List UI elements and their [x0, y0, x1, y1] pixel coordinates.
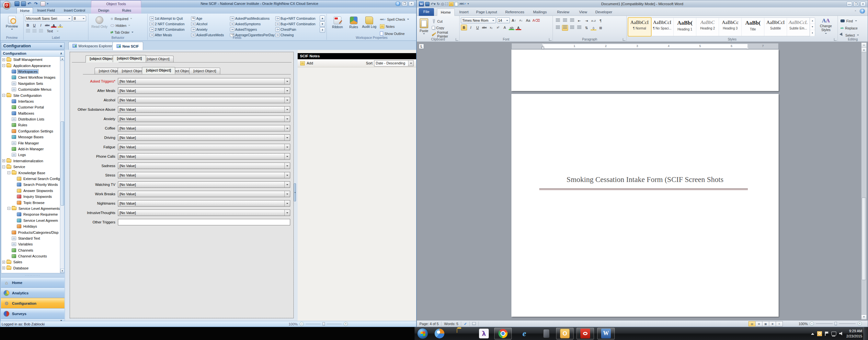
tab-dependency[interactable]: [object Object]	[113, 55, 146, 62]
format-painter-button[interactable]: Format Painter	[431, 31, 459, 37]
italic-button[interactable]: I	[468, 25, 474, 30]
dropdown-arrow-icon[interactable]	[284, 135, 290, 141]
tab-references[interactable]: References	[502, 8, 528, 16]
tab-rules[interactable]: Rules	[119, 7, 134, 13]
file-explorer-icon[interactable]	[457, 328, 457, 333]
tree-item[interactable]: Message Bases	[1, 134, 64, 140]
expander-icon[interactable]: −	[2, 64, 5, 67]
tree-item[interactable]: Client Workflow Images	[1, 74, 64, 80]
tree-item[interactable]: Standard Text	[1, 236, 64, 241]
tree-item[interactable]: Distribution Lists	[1, 116, 64, 122]
show-desktop-button[interactable]	[864, 327, 868, 340]
form-dropdown[interactable]: [No Value]	[118, 134, 290, 141]
font-dialog-launcher-icon[interactable]	[549, 38, 552, 41]
tab-insert[interactable]: Insert	[456, 8, 472, 16]
tab-triggers[interactable]: [object Object]	[142, 67, 175, 74]
help-button[interactable]: ?	[395, 1, 401, 6]
spell-check-button[interactable]: ABC✓Spell Check	[379, 17, 411, 22]
expander-icon[interactable]: −	[2, 94, 5, 97]
close-button[interactable]: ×	[860, 2, 866, 6]
chrome-taskbar-button[interactable]	[494, 328, 512, 339]
tree-item[interactable]: Products/Categories/Disp	[1, 229, 64, 235]
tree-item[interactable]: Rules	[1, 122, 64, 128]
word-count[interactable]: Words: 5	[441, 321, 461, 326]
qat-dropdown-icon[interactable]: ▾	[47, 1, 52, 6]
scroll-up-icon[interactable]: ▲	[862, 48, 866, 53]
macro-recording-icon[interactable]	[470, 321, 479, 326]
tab-order-button[interactable]: ⇄Tab Order	[110, 29, 135, 35]
horizontal-ruler[interactable]: 1 2 3 4 5 6 7	[512, 43, 779, 49]
configuration-panel-header[interactable]: Configuration∧	[1, 50, 64, 57]
bold-button[interactable]: B	[25, 22, 31, 28]
phone-tool-icon[interactable]	[541, 329, 551, 338]
styles-gallery-scroll[interactable]: ▲▼⇟	[810, 18, 815, 36]
align-right-button[interactable]	[38, 29, 44, 34]
form-dropdown[interactable]: [No Value]	[118, 153, 290, 160]
tree-item[interactable]: Search Priority Words	[1, 182, 64, 187]
tree-scrollbar[interactable]: ▲ ▼	[60, 57, 64, 273]
form-dropdown[interactable]: [No Value]	[118, 78, 290, 85]
scroll-up-icon[interactable]: ▲	[60, 57, 64, 61]
sort-dropdown[interactable]: Date - Descending	[374, 60, 413, 66]
zoom-out-button[interactable]: −	[810, 321, 814, 326]
tab-file[interactable]: File	[419, 8, 434, 16]
tree-item[interactable]: +Staff Management	[1, 57, 64, 62]
italic-button[interactable]: I	[38, 22, 44, 28]
form-dropdown[interactable]: [No Value]	[118, 181, 290, 188]
clear-formatting-button[interactable]: A⌫	[532, 18, 538, 23]
network-icon[interactable]	[831, 332, 836, 336]
text-button[interactable]: Text	[44, 29, 55, 34]
tree-item[interactable]: −Service Level Agreements	[1, 206, 64, 212]
change-case-button[interactable]: Aa	[525, 18, 531, 23]
font-color-button[interactable]: A	[51, 23, 57, 28]
dropdown-arrow-icon[interactable]	[284, 79, 290, 84]
tab-home[interactable]: Home	[437, 8, 455, 16]
tree-item[interactable]: Inquiry Stopwords	[1, 194, 64, 199]
form-dropdown[interactable]: [No Value]	[118, 116, 290, 122]
expander-icon[interactable]: +	[2, 159, 5, 162]
nav-configuration-button[interactable]: ⚙Configuration	[1, 298, 64, 308]
tree-item[interactable]: Add-In Manager	[1, 146, 64, 152]
media-player-icon[interactable]	[435, 329, 444, 338]
tree-item[interactable]: Channel Accounts	[1, 253, 64, 259]
shading-button[interactable]: ◊	[590, 25, 597, 30]
tab-review[interactable]: Review	[554, 8, 573, 16]
change-styles-button[interactable]: AA Change Styles	[817, 18, 835, 36]
document-page-1[interactable]	[512, 50, 779, 91]
dropdown-arrow-icon[interactable]	[284, 210, 290, 216]
form-dropdown[interactable]: [No Value]	[118, 144, 290, 150]
form-dropdown[interactable]: [No Value]	[118, 210, 290, 216]
tab-view[interactable]: View	[576, 8, 591, 16]
tab-developer[interactable]: Developer	[592, 8, 616, 16]
form-dropdown[interactable]: [No Value]	[118, 162, 290, 169]
field-item[interactable]: AskedPastMedications	[230, 16, 279, 21]
borders-button[interactable]: ⊞	[597, 25, 604, 31]
scrollbar-thumb[interactable]	[61, 121, 64, 206]
dropdown-arrow-icon[interactable]	[284, 97, 290, 103]
expander-icon[interactable]: +	[2, 261, 5, 264]
field-item[interactable]: Age	[191, 16, 230, 21]
multilevel-list-button[interactable]	[569, 18, 575, 24]
zoom-slider[interactable]	[835, 322, 837, 326]
tree-item-selected[interactable]: Workspaces	[1, 69, 64, 74]
save-as-icon[interactable]	[21, 1, 26, 6]
outline-view-button[interactable]: ≣	[769, 321, 776, 327]
dropdown-arrow-icon[interactable]	[284, 182, 290, 187]
form-dropdown[interactable]: [No Value]	[118, 106, 290, 113]
superscript-button[interactable]: x²	[495, 25, 501, 30]
volume-icon[interactable]	[839, 332, 843, 336]
print-preview-icon[interactable]	[40, 1, 45, 6]
subscript-button[interactable]: x₂	[488, 25, 494, 30]
field-item[interactable]: AskedTriggers	[230, 27, 279, 32]
tree-item[interactable]: Variables	[1, 241, 64, 247]
zoom-slider[interactable]	[322, 322, 325, 326]
field-item[interactable]: 2 NRT Combination	[150, 27, 196, 32]
rules-button[interactable]: Rules	[347, 15, 361, 29]
style-heading3[interactable]: AaBbCcHeading 3	[719, 18, 742, 36]
collapse-sidebar-icon[interactable]: «	[60, 43, 62, 49]
lambda-app-icon[interactable]: λ	[479, 329, 489, 338]
sort-button[interactable]: A↓Z	[590, 18, 597, 24]
ribbon-button[interactable]: Ribbon	[330, 15, 345, 29]
dropdown-arrow-icon[interactable]	[284, 88, 290, 94]
strikethrough-button[interactable]: abc	[481, 25, 488, 30]
